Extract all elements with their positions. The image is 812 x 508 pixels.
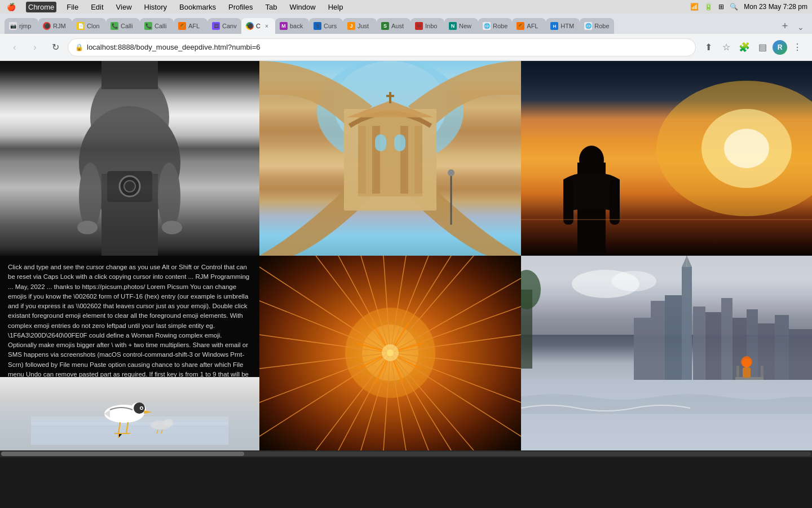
tab-title: Clon <box>87 23 102 29</box>
church-svg <box>259 61 521 256</box>
menubar-chrome[interactable]: Chrome <box>26 2 56 12</box>
tab-title: New <box>459 23 474 29</box>
menubar-file[interactable]: File <box>64 2 81 12</box>
svg-point-112 <box>741 356 752 367</box>
svg-rect-19 <box>375 134 386 151</box>
tab-just[interactable]: J Just <box>343 18 377 34</box>
horizontal-scrollbar[interactable] <box>0 450 812 457</box>
tab-active-c[interactable]: ⚫ C × <box>241 18 275 34</box>
tab-curs[interactable]: 🖱 Curs <box>309 18 343 34</box>
menubar-profiles[interactable]: Profiles <box>226 2 255 12</box>
svg-rect-105 <box>634 318 651 380</box>
scrollbar-thumb[interactable] <box>1 452 244 456</box>
menubar: 🍎 Chrome File Edit View History Bookmark… <box>0 0 812 14</box>
tab-rjm[interactable]: ⚫ RJM <box>38 18 72 34</box>
menubar-window[interactable]: Window <box>287 2 317 12</box>
tab-new[interactable]: N New <box>444 18 478 34</box>
svg-rect-96 <box>665 295 682 380</box>
toolbar-right: ⬆ ☆ 🧩 ▤ R ⋮ <box>700 40 805 55</box>
svg-rect-18 <box>414 126 422 194</box>
tab-overflow-button[interactable]: ⌄ <box>794 20 807 34</box>
tab-favicon: 🖱 <box>314 22 321 30</box>
tab-aust[interactable]: S Aust <box>377 18 411 34</box>
battery-icon[interactable]: 🔋 <box>704 3 713 11</box>
photo-cell-silhouette <box>521 61 812 256</box>
tab-clon[interactable]: 📄 Clon <box>72 18 106 34</box>
clock: Mon 23 May 7:28 pm <box>744 3 807 11</box>
tab-favicon: 🏉 <box>178 22 186 30</box>
tab-back[interactable]: M back <box>275 18 309 34</box>
tab-calli1[interactable]: 📞 Calli <box>106 18 140 34</box>
tab-favicon: 🖼 <box>212 22 220 30</box>
tab-title: AFL <box>188 23 203 29</box>
tab-title: C <box>256 23 261 29</box>
new-tab-button[interactable]: + <box>777 18 793 34</box>
extensions-button[interactable]: 🧩 <box>736 40 752 55</box>
svg-point-89 <box>611 271 656 291</box>
tab-favicon: M <box>280 22 288 30</box>
menubar-bookmarks[interactable]: Bookmarks <box>177 2 218 12</box>
photo-cell-church <box>259 61 521 256</box>
tab-canv[interactable]: 🖼 Canv <box>208 18 241 34</box>
svg-rect-31 <box>563 179 573 225</box>
svg-rect-111 <box>743 367 751 378</box>
tab-robe2[interactable]: 🌐 Robe <box>580 18 614 34</box>
tab-rjmp[interactable]: 📷 rjmp <box>5 18 38 34</box>
menu-button[interactable]: ⋮ <box>789 40 805 55</box>
cactus-svg <box>259 256 521 450</box>
tab-favicon: 📷 <box>9 22 17 30</box>
menubar-tab[interactable]: Tab <box>263 2 279 12</box>
svg-rect-109 <box>761 366 764 377</box>
sidebar-button[interactable]: ▤ <box>754 40 770 55</box>
svg-point-28 <box>724 129 769 168</box>
tab-afl2[interactable]: 🏉 AFL <box>512 18 546 34</box>
menubar-view[interactable]: View <box>114 2 134 12</box>
svg-rect-103 <box>775 315 789 380</box>
svg-rect-106 <box>521 380 812 450</box>
svg-point-86 <box>387 349 394 356</box>
forward-button[interactable]: › <box>27 40 43 55</box>
control-center-icon[interactable]: ⊞ <box>718 3 724 11</box>
bookmark-button[interactable]: ☆ <box>718 40 734 55</box>
profile-avatar[interactable]: R <box>773 40 787 55</box>
tab-close-btn[interactable]: × <box>263 22 271 30</box>
bird-svg <box>31 377 228 445</box>
share-button[interactable]: ⬆ <box>700 40 716 55</box>
tabs-container: 📷 rjmp ⚫ RJM 📄 Clon 📞 Calli 📞 Calli 🏉 <box>5 14 777 34</box>
tab-favicon: H <box>550 22 558 30</box>
tab-favicon: ✉ <box>415 22 423 30</box>
tab-favicon: 📞 <box>144 22 152 30</box>
tab-title: Aust <box>391 23 406 29</box>
svg-rect-20 <box>394 134 405 151</box>
address-bar: ‹ › ↻ 🔒 localhost:8888/body_mouse_deepdi… <box>0 34 812 61</box>
photo-cell-photographer <box>0 61 259 256</box>
menubar-help[interactable]: Help <box>326 2 346 12</box>
chrome-window: 📷 rjmp ⚫ RJM 📄 Clon 📞 Calli 📞 Calli 🏉 <box>0 14 812 508</box>
tab-afl1[interactable]: 🏉 AFL <box>174 18 208 34</box>
url-bar[interactable]: 🔒 localhost:8888/body_mouse_deepdive.htm… <box>68 38 696 56</box>
svg-point-9 <box>162 221 182 234</box>
menubar-edit[interactable]: Edit <box>89 2 105 12</box>
silhouette-svg <box>521 61 812 256</box>
svg-rect-14 <box>358 117 422 196</box>
tab-inbo[interactable]: ✉ Inbo <box>411 18 444 34</box>
tab-title: Canv <box>222 23 237 29</box>
wifi-icon[interactable]: 📶 <box>690 3 699 11</box>
apple-menu[interactable]: 🍎 <box>5 2 18 12</box>
tab-favicon: 📄 <box>77 22 85 30</box>
menubar-history[interactable]: History <box>142 2 169 12</box>
tab-title: Calli <box>155 23 169 29</box>
tab-htm[interactable]: H HTM <box>546 18 580 34</box>
tab-title: AFL <box>527 23 541 29</box>
menubar-right: 📶 🔋 ⊞ 🔍 Mon 23 May 7:28 pm <box>690 3 807 11</box>
search-icon[interactable]: 🔍 <box>730 3 738 11</box>
reload-button[interactable]: ↻ <box>47 40 63 55</box>
tab-favicon: ⚫ <box>246 22 254 30</box>
photo-cell-description: Click and type and see the cursor change… <box>0 256 259 450</box>
svg-rect-32 <box>610 179 620 225</box>
tab-robe1[interactable]: 🌐 Robe <box>478 18 512 34</box>
photo-cell-cactus <box>259 256 521 450</box>
back-button[interactable]: ‹ <box>7 40 23 55</box>
tab-calli2[interactable]: 📞 Calli <box>140 18 174 34</box>
tab-title: Curs <box>324 23 338 29</box>
